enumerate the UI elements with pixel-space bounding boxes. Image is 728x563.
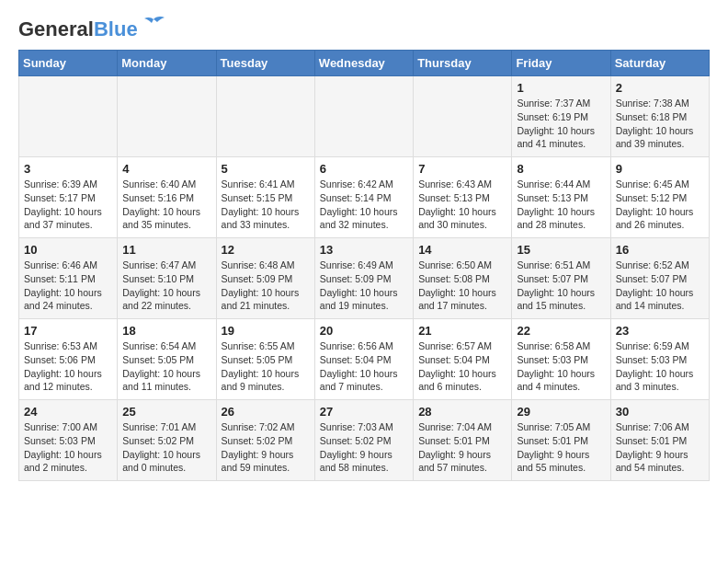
col-header-friday: Friday: [512, 51, 610, 76]
day-number: 6: [320, 162, 408, 176]
day-number: 15: [517, 243, 605, 257]
day-info: Sunrise: 7:38 AM Sunset: 6:18 PM Dayligh…: [616, 97, 704, 151]
calendar-cell: 27Sunrise: 7:03 AM Sunset: 5:02 PM Dayli…: [314, 400, 413, 481]
day-number: 3: [24, 162, 112, 176]
calendar-cell: 26Sunrise: 7:02 AM Sunset: 5:02 PM Dayli…: [216, 400, 314, 481]
calendar-cell: 12Sunrise: 6:48 AM Sunset: 5:09 PM Dayli…: [216, 238, 314, 319]
day-info: Sunrise: 6:55 AM Sunset: 5:05 PM Dayligh…: [222, 339, 310, 394]
col-header-thursday: Thursday: [414, 51, 512, 76]
calendar-cell: 11Sunrise: 6:47 AM Sunset: 5:10 PM Dayli…: [118, 238, 216, 319]
calendar-cell: 15Sunrise: 6:51 AM Sunset: 5:07 PM Dayli…: [512, 238, 610, 319]
day-info: Sunrise: 7:03 AM Sunset: 5:02 PM Dayligh…: [320, 420, 408, 475]
day-info: Sunrise: 6:39 AM Sunset: 5:17 PM Dayligh…: [24, 178, 112, 232]
calendar-week-5: 24Sunrise: 7:00 AM Sunset: 5:03 PM Dayli…: [19, 400, 710, 481]
day-number: 18: [122, 324, 210, 338]
day-info: Sunrise: 6:56 AM Sunset: 5:04 PM Dayligh…: [320, 339, 408, 394]
day-info: Sunrise: 6:53 AM Sunset: 5:06 PM Dayligh…: [24, 339, 112, 394]
calendar-cell: 5Sunrise: 6:41 AM Sunset: 5:15 PM Daylig…: [216, 157, 314, 238]
calendar-table: SundayMondayTuesdayWednesdayThursdayFrid…: [18, 50, 710, 481]
calendar-cell: 18Sunrise: 6:54 AM Sunset: 5:05 PM Dayli…: [118, 319, 216, 400]
calendar-cell: 21Sunrise: 6:57 AM Sunset: 5:04 PM Dayli…: [414, 319, 512, 400]
calendar-week-4: 17Sunrise: 6:53 AM Sunset: 5:06 PM Dayli…: [19, 319, 710, 400]
calendar-cell: 25Sunrise: 7:01 AM Sunset: 5:02 PM Dayli…: [118, 400, 216, 481]
day-number: 13: [320, 243, 408, 257]
calendar-cell: 2Sunrise: 7:38 AM Sunset: 6:18 PM Daylig…: [610, 76, 709, 157]
day-info: Sunrise: 6:45 AM Sunset: 5:12 PM Dayligh…: [616, 178, 704, 232]
day-number: 10: [24, 243, 112, 257]
day-number: 17: [24, 324, 112, 338]
logo-text: GeneralBlue: [18, 18, 138, 40]
calendar-cell: 10Sunrise: 6:46 AM Sunset: 5:11 PM Dayli…: [19, 238, 118, 319]
day-info: Sunrise: 7:37 AM Sunset: 6:19 PM Dayligh…: [517, 97, 605, 151]
calendar-cell: [414, 76, 512, 157]
day-info: Sunrise: 7:06 AM Sunset: 5:01 PM Dayligh…: [616, 420, 704, 475]
calendar-cell: [314, 76, 413, 157]
day-info: Sunrise: 7:01 AM Sunset: 5:02 PM Dayligh…: [122, 420, 210, 475]
calendar-week-2: 3Sunrise: 6:39 AM Sunset: 5:17 PM Daylig…: [19, 157, 710, 238]
day-info: Sunrise: 6:49 AM Sunset: 5:09 PM Dayligh…: [320, 259, 408, 313]
page-header: GeneralBlue: [18, 18, 710, 40]
day-number: 26: [222, 405, 310, 419]
col-header-monday: Monday: [118, 51, 216, 76]
day-number: 23: [616, 324, 704, 338]
day-info: Sunrise: 6:46 AM Sunset: 5:11 PM Dayligh…: [24, 259, 112, 313]
calendar-header-row: SundayMondayTuesdayWednesdayThursdayFrid…: [19, 51, 710, 76]
calendar-cell: 14Sunrise: 6:50 AM Sunset: 5:08 PM Dayli…: [414, 238, 512, 319]
day-info: Sunrise: 6:43 AM Sunset: 5:13 PM Dayligh…: [418, 178, 506, 232]
day-info: Sunrise: 6:42 AM Sunset: 5:14 PM Dayligh…: [320, 178, 408, 232]
day-number: 1: [517, 81, 605, 95]
logo: GeneralBlue: [18, 18, 166, 40]
calendar-cell: [216, 76, 314, 157]
day-number: 8: [517, 162, 605, 176]
day-number: 16: [616, 243, 704, 257]
day-number: 29: [517, 405, 605, 419]
day-info: Sunrise: 6:52 AM Sunset: 5:07 PM Dayligh…: [616, 259, 704, 313]
day-number: 25: [122, 405, 210, 419]
day-number: 20: [320, 324, 408, 338]
day-number: 27: [320, 405, 408, 419]
calendar-cell: 30Sunrise: 7:06 AM Sunset: 5:01 PM Dayli…: [610, 400, 709, 481]
calendar-cell: [118, 76, 216, 157]
day-number: 12: [222, 243, 310, 257]
calendar-cell: 22Sunrise: 6:58 AM Sunset: 5:03 PM Dayli…: [512, 319, 610, 400]
day-number: 9: [616, 162, 704, 176]
day-info: Sunrise: 7:05 AM Sunset: 5:01 PM Dayligh…: [517, 420, 605, 475]
calendar-cell: 9Sunrise: 6:45 AM Sunset: 5:12 PM Daylig…: [610, 157, 709, 238]
col-header-saturday: Saturday: [610, 51, 709, 76]
calendar-cell: 6Sunrise: 6:42 AM Sunset: 5:14 PM Daylig…: [314, 157, 413, 238]
day-number: 7: [418, 162, 506, 176]
day-number: 4: [122, 162, 210, 176]
day-info: Sunrise: 7:02 AM Sunset: 5:02 PM Dayligh…: [222, 420, 310, 475]
calendar-cell: 20Sunrise: 6:56 AM Sunset: 5:04 PM Dayli…: [314, 319, 413, 400]
calendar-cell: 19Sunrise: 6:55 AM Sunset: 5:05 PM Dayli…: [216, 319, 314, 400]
day-info: Sunrise: 6:54 AM Sunset: 5:05 PM Dayligh…: [122, 339, 210, 394]
day-info: Sunrise: 6:59 AM Sunset: 5:03 PM Dayligh…: [616, 339, 704, 394]
day-info: Sunrise: 6:41 AM Sunset: 5:15 PM Dayligh…: [222, 178, 310, 232]
day-number: 21: [418, 324, 506, 338]
day-number: 22: [517, 324, 605, 338]
day-info: Sunrise: 6:51 AM Sunset: 5:07 PM Dayligh…: [517, 259, 605, 313]
day-info: Sunrise: 6:44 AM Sunset: 5:13 PM Dayligh…: [517, 178, 605, 232]
calendar-cell: 8Sunrise: 6:44 AM Sunset: 5:13 PM Daylig…: [512, 157, 610, 238]
day-number: 30: [616, 405, 704, 419]
day-info: Sunrise: 6:50 AM Sunset: 5:08 PM Dayligh…: [418, 259, 506, 313]
day-info: Sunrise: 6:40 AM Sunset: 5:16 PM Dayligh…: [122, 178, 210, 232]
calendar-week-3: 10Sunrise: 6:46 AM Sunset: 5:11 PM Dayli…: [19, 238, 710, 319]
day-info: Sunrise: 6:57 AM Sunset: 5:04 PM Dayligh…: [418, 339, 506, 394]
day-number: 28: [418, 405, 506, 419]
calendar-cell: 28Sunrise: 7:04 AM Sunset: 5:01 PM Dayli…: [414, 400, 512, 481]
calendar-cell: 4Sunrise: 6:40 AM Sunset: 5:16 PM Daylig…: [118, 157, 216, 238]
calendar-cell: 24Sunrise: 7:00 AM Sunset: 5:03 PM Dayli…: [19, 400, 118, 481]
day-number: 11: [122, 243, 210, 257]
calendar-cell: 29Sunrise: 7:05 AM Sunset: 5:01 PM Dayli…: [512, 400, 610, 481]
calendar-week-1: 1Sunrise: 7:37 AM Sunset: 6:19 PM Daylig…: [19, 76, 710, 157]
calendar-cell: 23Sunrise: 6:59 AM Sunset: 5:03 PM Dayli…: [610, 319, 709, 400]
calendar-cell: 13Sunrise: 6:49 AM Sunset: 5:09 PM Dayli…: [314, 238, 413, 319]
calendar-cell: 1Sunrise: 7:37 AM Sunset: 6:19 PM Daylig…: [512, 76, 610, 157]
day-info: Sunrise: 6:48 AM Sunset: 5:09 PM Dayligh…: [222, 259, 310, 313]
day-number: 5: [222, 162, 310, 176]
calendar-cell: 16Sunrise: 6:52 AM Sunset: 5:07 PM Dayli…: [610, 238, 709, 319]
calendar-cell: 17Sunrise: 6:53 AM Sunset: 5:06 PM Dayli…: [19, 319, 118, 400]
calendar-cell: [19, 76, 118, 157]
calendar-cell: 3Sunrise: 6:39 AM Sunset: 5:17 PM Daylig…: [19, 157, 118, 238]
